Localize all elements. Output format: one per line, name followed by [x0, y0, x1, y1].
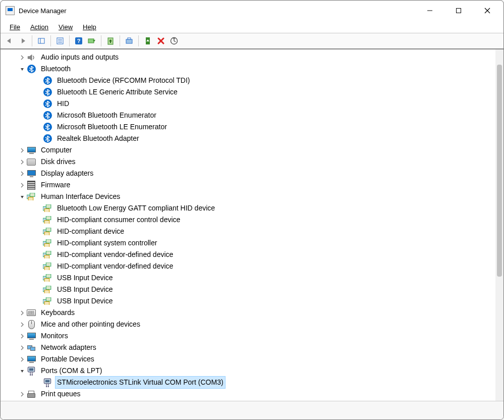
- svg-point-52: [30, 374, 31, 375]
- tree-node[interactable]: HID-compliant consumer control device: [5, 214, 495, 226]
- tree-node-label: Network adapters: [39, 341, 98, 354]
- update-driver-button[interactable]: [104, 35, 117, 47]
- tree-node[interactable]: HID: [5, 98, 495, 110]
- bluetooth-icon: [43, 134, 52, 143]
- svg-rect-23: [44, 208, 49, 212]
- tree-node[interactable]: Portable Devices: [5, 353, 495, 365]
- scrollbar-thumb[interactable]: [497, 65, 502, 277]
- expand-icon[interactable]: [19, 356, 26, 363]
- toolbar: ?: [1, 33, 503, 49]
- svg-rect-46: [46, 297, 51, 301]
- menu-view[interactable]: View: [54, 22, 77, 32]
- collapse-icon[interactable]: [19, 368, 26, 375]
- svg-rect-20: [28, 197, 33, 200]
- tree-node[interactable]: Microsoft Bluetooth Enumerator: [5, 110, 495, 121]
- svg-rect-28: [46, 228, 51, 231]
- tree-node-label: Microsoft Bluetooth LE Enumerator: [55, 121, 169, 133]
- minimize-button[interactable]: [415, 1, 444, 21]
- delete-button[interactable]: [155, 35, 167, 47]
- tree-node-label: Realtek Bluetooth Adapter: [55, 132, 141, 145]
- monitor-icon: [27, 146, 36, 155]
- port-icon: [43, 378, 52, 387]
- tree-node[interactable]: Bluetooth Device (RFCOMM Protocol TDI): [5, 75, 495, 86]
- show-hidden-button[interactable]: [35, 35, 47, 47]
- tree-node-label: HID-compliant vendor-defined device: [55, 260, 175, 273]
- tree-node[interactable]: Monitors: [5, 330, 495, 342]
- hid-icon: [43, 250, 52, 259]
- separator: [120, 35, 120, 46]
- tree-node[interactable]: HID-compliant device: [5, 226, 495, 237]
- svg-point-59: [48, 386, 49, 387]
- expand-icon[interactable]: [19, 309, 26, 317]
- client-area: Audio inputs and outputsBluetoothBluetoo…: [1, 49, 503, 401]
- properties-button[interactable]: [54, 35, 66, 47]
- collapse-icon[interactable]: [19, 193, 26, 200]
- tree-node-label: Display adapters: [39, 167, 95, 180]
- collapse-icon[interactable]: [19, 66, 26, 73]
- expand-icon[interactable]: [19, 321, 26, 328]
- tree-node[interactable]: Disk drives: [5, 156, 495, 168]
- expand-icon[interactable]: [19, 54, 26, 61]
- tree-node[interactable]: USB Input Device: [5, 295, 495, 307]
- scan-button[interactable]: [86, 35, 98, 47]
- expand-icon[interactable]: [19, 344, 26, 351]
- firmware-icon: [27, 181, 36, 190]
- maximize-button[interactable]: [444, 1, 473, 21]
- expand-icon[interactable]: [19, 182, 26, 189]
- tree-node[interactable]: USB Input Device: [5, 272, 495, 284]
- tree-node[interactable]: Bluetooth Low Energy GATT compliant HID …: [5, 202, 495, 214]
- tree-node[interactable]: Firmware: [5, 179, 495, 191]
- svg-rect-22: [46, 204, 51, 208]
- tree-node[interactable]: Print queues: [5, 388, 495, 400]
- forward-button[interactable]: [17, 35, 29, 47]
- expand-icon[interactable]: [19, 333, 26, 340]
- expand-icon[interactable]: [19, 159, 26, 166]
- scrollbar[interactable]: [495, 49, 503, 401]
- tree-node[interactable]: Microsoft Bluetooth LE Enumerator: [5, 121, 495, 133]
- tree-node[interactable]: HID-compliant vendor-defined device: [5, 249, 495, 260]
- monitor-icon: [27, 332, 36, 341]
- expand-icon[interactable]: [19, 170, 26, 177]
- enable-device-button[interactable]: [142, 35, 154, 47]
- tree-node[interactable]: Ports (COM & LPT): [5, 365, 495, 377]
- help-button[interactable]: ?: [73, 35, 85, 47]
- separator: [138, 35, 139, 46]
- tree-node[interactable]: Bluetooth LE Generic Attribute Service: [5, 86, 495, 98]
- uninstall-button[interactable]: [123, 35, 135, 47]
- tree-node[interactable]: HID-compliant vendor-defined device: [5, 260, 495, 272]
- tree-node[interactable]: USB Input Device: [5, 284, 495, 295]
- scan-hardware-button[interactable]: [168, 35, 180, 47]
- expand-icon[interactable]: [19, 391, 26, 398]
- network-icon: [27, 343, 36, 352]
- tree-node[interactable]: HID-compliant system controller: [5, 237, 495, 249]
- tree-node-label: Human Interface Devices: [39, 190, 122, 203]
- tree-node[interactable]: Display adapters: [5, 168, 495, 179]
- tree-node-label: USB Input Device: [55, 272, 115, 284]
- tree-node[interactable]: Keyboards: [5, 307, 495, 319]
- svg-point-53: [32, 374, 33, 375]
- status-bar: [1, 401, 503, 419]
- tree-node[interactable]: Computer: [5, 144, 495, 156]
- menu-help[interactable]: Help: [79, 22, 100, 32]
- svg-point-58: [46, 386, 47, 387]
- menu-file[interactable]: File: [6, 22, 24, 32]
- svg-rect-4: [38, 38, 44, 43]
- tree-node[interactable]: Realtek Bluetooth Adapter: [5, 133, 495, 144]
- hid-icon: [43, 285, 52, 294]
- svg-text:?: ?: [77, 38, 81, 44]
- expand-icon[interactable]: [19, 147, 26, 154]
- tree-node[interactable]: Audio inputs and outputs: [5, 51, 495, 63]
- close-button[interactable]: [473, 1, 501, 21]
- titlebar[interactable]: Device Manager: [1, 1, 503, 21]
- svg-rect-29: [44, 232, 49, 235]
- device-tree[interactable]: Audio inputs and outputsBluetoothBluetoo…: [1, 49, 495, 401]
- tree-node[interactable]: STMicroelectronics STLink Virtual COM Po…: [5, 377, 495, 388]
- tree-node[interactable]: Human Interface Devices: [5, 191, 495, 202]
- tree-node[interactable]: Bluetooth: [5, 63, 495, 75]
- tree-node[interactable]: Mice and other pointing devices: [5, 319, 495, 330]
- menu-action[interactable]: Action: [26, 22, 52, 32]
- display-adapter-icon: [27, 169, 36, 178]
- back-button[interactable]: [4, 35, 16, 47]
- tree-node[interactable]: Network adapters: [5, 342, 495, 353]
- svg-rect-55: [45, 380, 49, 382]
